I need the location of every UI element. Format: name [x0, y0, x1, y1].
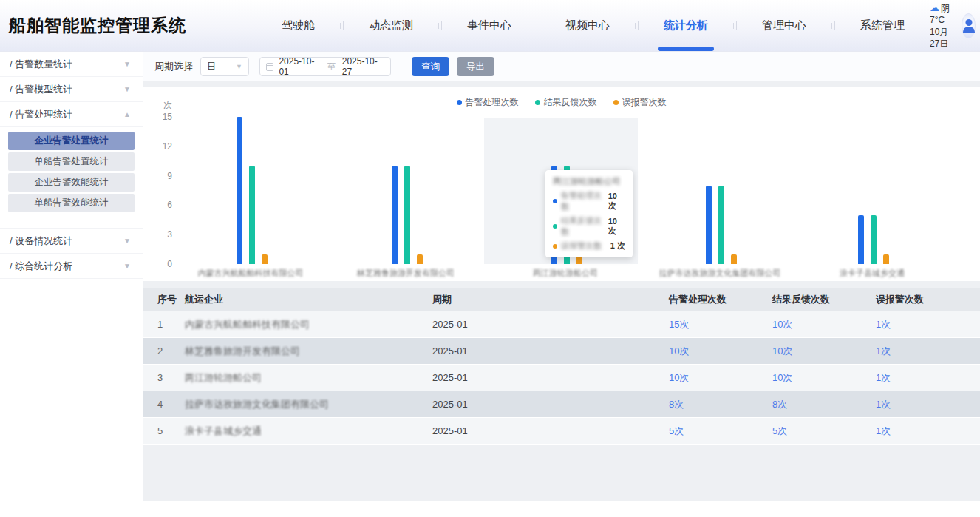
bar-chart: 告警处理次数结果反馈次数误报警次数 次 03691215内蒙古兴航船舶科技有限公… — [143, 87, 980, 281]
nav-item-4[interactable]: 视频中心 — [540, 0, 635, 51]
bar-误报警次数-group5[interactable] — [883, 254, 889, 264]
nav-item-2[interactable]: 动态监测 — [344, 0, 438, 51]
bar-结果反馈次数-group1[interactable] — [249, 166, 255, 264]
cell-period: 2025-01 — [432, 425, 669, 436]
period-select[interactable]: 日 ▼ — [200, 57, 249, 76]
legend-dot-icon — [613, 100, 619, 105]
nav-item-label: 动态监测 — [369, 18, 413, 33]
weather-date: 10月27日 — [930, 26, 950, 50]
y-tick-label: 12 — [150, 141, 172, 152]
bar-结果反馈次数-group2[interactable] — [404, 166, 410, 264]
nav-item-3[interactable]: 事件中心 — [442, 0, 537, 51]
tooltip-dot-icon — [553, 199, 557, 203]
cell-false-alarm-link[interactable]: 1次 — [876, 398, 980, 411]
nav-item-label: 视频中心 — [565, 18, 610, 33]
bar-告警处理次数-group4[interactable] — [706, 186, 712, 264]
legend-dot-icon — [535, 100, 540, 105]
sidebar-item-3-3[interactable]: 企业告警效能统计 — [8, 173, 135, 192]
cell-feedback-link[interactable]: 10次 — [772, 345, 876, 358]
legend-item-3[interactable]: 误报警次数 — [613, 96, 667, 109]
cell-handled-link[interactable]: 10次 — [669, 345, 772, 358]
x-axis-label: 林芝雅鲁旅游开发有限公司 — [343, 268, 469, 279]
table-row: 1内蒙古兴航船舶科技有限公司2025-0115次10次1次 — [143, 311, 980, 338]
nav-item-label: 系统管理 — [860, 18, 905, 33]
y-tick-label: 6 — [150, 200, 172, 210]
user-avatar-icon[interactable] — [962, 13, 976, 38]
cell-feedback-link[interactable]: 10次 — [772, 371, 876, 385]
sidebar-section-2[interactable]: / 告警模型统计▼ — [0, 77, 143, 102]
sidebar-section-4[interactable]: / 设备情况统计▼ — [0, 229, 143, 254]
sidebar-section-label: / 综合统计分析 — [10, 260, 72, 273]
sidebar-section-1[interactable]: / 告警数量统计▼ — [0, 52, 143, 77]
cell-index: 2 — [157, 345, 185, 357]
nav-item-5[interactable]: 统计分析 — [639, 0, 733, 51]
legend-label: 告警处理次数 — [466, 96, 519, 109]
date-end: 2025-10-27 — [342, 56, 384, 77]
chevron-down-icon: ▼ — [123, 60, 131, 68]
cell-feedback-link[interactable]: 10次 — [772, 318, 876, 331]
sidebar-section-5[interactable]: / 综合统计分析▼ — [0, 254, 143, 279]
bar-告警处理次数-group2[interactable] — [392, 166, 398, 264]
sidebar-section-3[interactable]: / 告警处理统计▲ — [0, 102, 143, 127]
sidebar-item-3-4[interactable]: 单船告警效能统计 — [8, 194, 135, 212]
table-row: 2林芝雅鲁旅游开发有限公司2025-0110次10次1次 — [143, 338, 980, 365]
y-tick-label: 3 — [150, 229, 172, 240]
active-tab-underline — [658, 47, 714, 51]
bar-结果反馈次数-group4[interactable] — [718, 186, 724, 264]
cell-index: 4 — [157, 399, 185, 410]
cell-period: 2025-01 — [432, 372, 669, 383]
cell-feedback-link[interactable]: 8次 — [772, 398, 876, 411]
bar-告警处理次数-group5[interactable] — [858, 215, 864, 264]
period-label: 周期选择 — [154, 60, 193, 73]
cloud-icon: ☁ — [930, 2, 939, 13]
sidebar-section-label: / 告警模型统计 — [10, 83, 72, 96]
date-separator: 至 — [327, 61, 336, 73]
table-row: 5浪卡子县城乡交通2025-015次5次1次 — [143, 418, 980, 445]
sidebar: / 告警数量统计▼/ 告警模型统计▼/ 告警处理统计▲企业告警处置统计单船告警处… — [0, 52, 143, 517]
tooltip-label: 结果反馈次数 — [561, 215, 605, 237]
legend-item-2[interactable]: 结果反馈次数 — [535, 96, 597, 109]
tooltip-row-2: 结果反馈次数10 次 — [553, 215, 625, 237]
tooltip-dot-icon — [553, 244, 557, 249]
cell-handled-link[interactable]: 15次 — [669, 318, 772, 331]
cell-feedback-link[interactable]: 5次 — [772, 425, 876, 438]
legend-label: 结果反馈次数 — [544, 96, 597, 109]
bar-告警处理次数-group1[interactable] — [237, 117, 242, 264]
bar-误报警次数-group1[interactable] — [262, 254, 268, 264]
date-range-picker[interactable]: 2025-10-01 至 2025-10-27 — [259, 57, 391, 76]
nav-item-label: 事件中心 — [467, 18, 511, 33]
bar-误报警次数-group2[interactable] — [417, 254, 423, 264]
bar-结果反馈次数-group5[interactable] — [871, 215, 877, 264]
nav-item-6[interactable]: 管理中心 — [737, 0, 831, 51]
weather-widget: ☁阴7°C 10月27日 — [930, 2, 950, 50]
page-title: 船舶智能监控管理系统 — [0, 14, 186, 37]
y-tick-label: 0 — [150, 259, 172, 269]
nav-item-1[interactable]: 驾驶舱 — [256, 0, 340, 51]
period-value: 日 — [207, 61, 217, 73]
cell-handled-link[interactable]: 5次 — [669, 425, 772, 438]
legend-label: 误报警次数 — [622, 96, 667, 109]
table-row: 3两江游轮游船公司2025-0110次10次1次 — [143, 365, 980, 391]
cell-handled-link[interactable]: 10次 — [669, 371, 772, 385]
column-header: 告警处理次数 — [669, 293, 772, 306]
cell-handled-link[interactable]: 8次 — [669, 398, 772, 411]
main-nav: 驾驶舱动态监测事件中心视频中心统计分析管理中心系统管理 — [256, 0, 930, 51]
cell-index: 1 — [157, 319, 185, 330]
cell-false-alarm-link[interactable]: 1次 — [876, 371, 980, 385]
bar-误报警次数-group4[interactable] — [731, 254, 737, 264]
chevron-down-icon: ▼ — [123, 237, 131, 245]
tooltip-value: 1 次 — [610, 240, 625, 251]
cell-period: 2025-01 — [432, 319, 669, 330]
cell-false-alarm-link[interactable]: 1次 — [876, 345, 980, 358]
query-button[interactable]: 查询 — [412, 57, 449, 76]
export-button[interactable]: 导出 — [457, 57, 494, 76]
nav-item-7[interactable]: 系统管理 — [835, 0, 930, 51]
main-content: 周期选择 日 ▼ 2025-10-01 至 2025-10-27 查询 导出 告… — [143, 52, 980, 517]
legend-item-1[interactable]: 告警处理次数 — [457, 96, 519, 109]
column-header: 周期 — [432, 293, 669, 306]
sidebar-item-3-2[interactable]: 单船告警处置统计 — [8, 152, 135, 171]
cell-false-alarm-link[interactable]: 1次 — [876, 425, 980, 438]
cell-company: 拉萨市达孜旅游文化集团有限公司 — [185, 398, 432, 411]
cell-false-alarm-link[interactable]: 1次 — [876, 318, 980, 331]
sidebar-item-3-1[interactable]: 企业告警处置统计 — [8, 132, 135, 150]
